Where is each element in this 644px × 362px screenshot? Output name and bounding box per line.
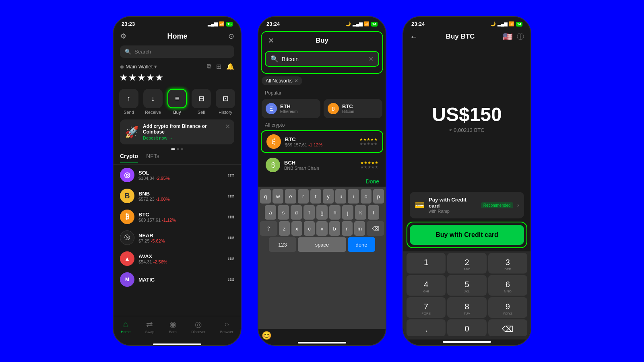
numpad-5[interactable]: 5 JKL [447,275,486,296]
key-s[interactable]: s [278,205,289,220]
key-b[interactable]: b [329,221,340,236]
buy-search-input[interactable]: 🔍 Bitcoin ✕ [265,51,379,67]
numpad-8[interactable]: 8 TUV [447,297,486,318]
list-item[interactable]: M MATIC [114,269,241,290]
key-d[interactable]: d [291,205,302,220]
numpad-9[interactable]: 9 WXYZ [488,297,527,318]
scan-icon[interactable]: ⊙ [228,32,234,41]
home-nav-icon: ⌂ [123,320,128,329]
numpad-backspace[interactable]: ⌫ [488,319,527,336]
key-space[interactable]: space [298,237,346,252]
nav-home[interactable]: ⌂ Home [121,320,130,334]
key-backspace[interactable]: ⌫ [367,221,384,236]
key-z[interactable]: z [279,221,290,236]
buy-button[interactable]: ≡ Buy [167,89,187,115]
key-f[interactable]: f [303,205,315,220]
tab-crypto[interactable]: Crypto [120,153,138,162]
search-clear-icon[interactable]: ✕ [368,55,374,63]
key-m[interactable]: m [354,221,365,236]
expand-icon[interactable]: ⊞ [216,63,221,70]
sell-icon-wrap: ⊟ [192,89,211,108]
list-item[interactable]: Ⓝ NEAR $7,25 -5.62% [114,227,241,248]
network-clear-icon[interactable]: ✕ [294,78,298,84]
nav-swap[interactable]: ⇄ Swap [145,319,155,334]
copy-icon[interactable]: ⧉ [207,63,211,70]
info-icon[interactable]: ⓘ [517,32,524,41]
modal-close-icon[interactable]: ✕ [268,36,274,45]
popular-eth[interactable]: Ξ ETH Ethereum [262,99,320,118]
numpad-6[interactable]: 6 MNO [488,275,527,296]
settings-icon[interactable]: ⚙ [120,32,126,41]
key-g[interactable]: g [316,205,328,220]
list-item[interactable]: ◎ SOL $184,84 -2.95% [114,165,241,185]
popular-btc[interactable]: ₿ BTC Bitcoin [324,99,382,118]
tab-nfts[interactable]: NFTs [146,153,159,162]
key-y[interactable]: y [323,189,334,204]
key-i[interactable]: i [348,189,359,204]
btc-search-result-highlighted[interactable]: ₿ BTC $69 157,61 -1.12% ★★★★★ ★★★★★ [261,130,383,153]
key-k[interactable]: k [355,205,366,220]
key-a[interactable]: a [265,205,276,220]
key-shift[interactable]: ⇧ [260,221,277,236]
nav-browser[interactable]: ○ Browser [220,320,233,334]
send-button[interactable]: ↑ Send [119,89,138,115]
buy-credit-card-button[interactable]: Buy with Credit card [410,225,524,245]
key-n[interactable]: n [342,221,353,236]
bell-icon[interactable]: 🔔 [226,63,234,70]
search-text: Bitcoin [282,56,365,62]
key-q[interactable]: q [260,189,271,204]
key-v[interactable]: v [316,221,327,236]
sol-name: SOL [138,170,224,176]
phone-buy-btc: 23:24 🌙 ▂▄▆ 📶 14 ← Buy BTC 🇺🇸 ⓘ US$150 ≈… [402,16,531,346]
key-p[interactable]: p [373,189,384,204]
wifi-icon-2: 📶 [364,21,369,27]
payment-option[interactable]: 💳 Pay with Credit card with Ramp Recomme… [410,192,524,218]
all-crypto-label: All crypto [258,120,386,130]
search-icon: 🔍 [125,49,131,55]
sell-button[interactable]: ⊟ Sell [192,89,211,115]
numpad-7[interactable]: 7 PQRS [407,297,446,318]
promo-link[interactable]: Deposit now → [143,136,229,140]
key-w[interactable]: w [272,189,283,204]
history-label: History [219,110,232,115]
key-j[interactable]: j [342,205,353,220]
list-item[interactable]: B BNB $572,23 -1.00% [114,185,241,206]
key-e[interactable]: e [285,189,296,204]
numpad-4[interactable]: 4 GHI [407,275,446,296]
nav-discover[interactable]: ◎ Discover [191,319,205,334]
key-u[interactable]: u [335,189,346,204]
bch-search-result[interactable]: ₿ BCH BNB Smart Chain ★★★★★ ★★★★★ [261,154,383,175]
numpad-3[interactable]: 3 DEF [488,253,527,274]
sell-label: Sell [198,110,205,115]
key-l[interactable]: l [368,205,379,220]
key-t[interactable]: t [310,189,321,204]
key-done[interactable]: done [348,237,375,252]
moon-icon: 🌙 [345,21,351,27]
history-button[interactable]: ⊡ History [216,89,235,115]
buy-icon-wrap: ≡ [167,89,187,108]
emoji-icon[interactable]: 😊 [262,331,272,340]
key-h[interactable]: h [329,205,341,220]
done-text[interactable]: Done [366,178,379,185]
list-item[interactable]: ₿ BTC $69 157,61 -1.12% [114,206,241,227]
home-nav-label: Home [121,330,130,334]
discover-nav-label: Discover [191,330,205,334]
numpad-2[interactable]: 2 ABC [447,253,486,274]
back-icon[interactable]: ← [410,32,418,41]
key-r[interactable]: r [298,189,309,204]
search-bar[interactable]: 🔍 Search [120,45,234,58]
key-123[interactable]: 123 [269,237,296,252]
promo-close-icon[interactable]: ✕ [225,123,230,130]
network-tag[interactable]: All Networks ✕ [262,76,302,85]
emoji-row: 😊 [258,329,386,340]
btc-stars: ★★★★★ ★★★★★ [359,137,378,146]
key-c[interactable]: c [304,221,315,236]
key-x[interactable]: x [291,221,302,236]
numpad-0[interactable]: 0 [447,319,486,336]
key-o[interactable]: o [361,189,372,204]
numpad-comma[interactable]: , [407,319,446,336]
receive-button[interactable]: ↓ Receive [143,89,163,115]
list-item[interactable]: ▲ AVAX $54,31 -2.56% [114,248,241,269]
numpad-1[interactable]: 1 [407,253,446,274]
nav-earn[interactable]: ◉ Earn [169,319,177,334]
